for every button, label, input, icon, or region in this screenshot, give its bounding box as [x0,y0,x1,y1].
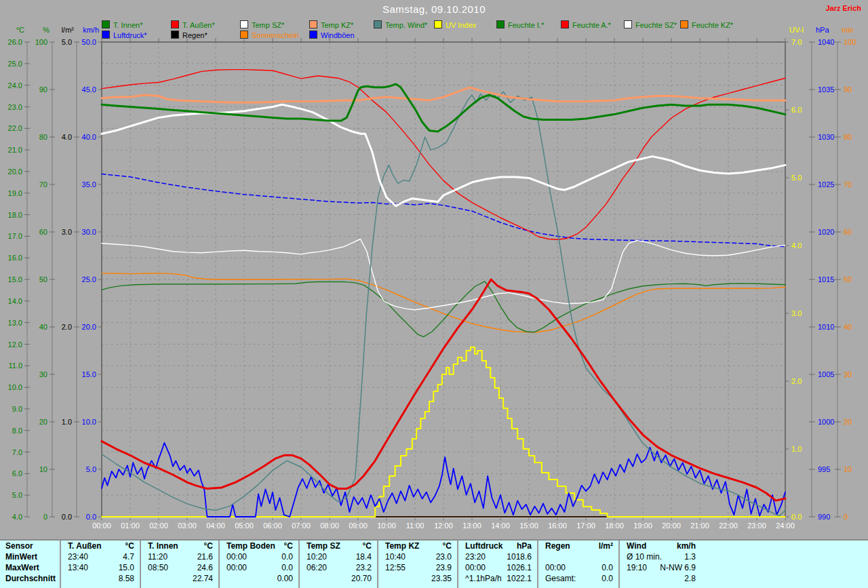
stat-time: 23:40 [68,551,88,562]
sensor-unit: °C [204,541,213,551]
axis-tick-label: 19.0 [8,189,22,197]
axis-lm2: 5.04.03.02.01.00.0l/m² [62,26,79,521]
table-row: Ø 10 min.1.3 [620,551,701,562]
stat-value: 0.00 [277,573,293,584]
axis-tick-label: 25.0 [82,275,96,283]
stat-time: 10:40 [385,551,406,562]
x-tick-label: 16:00 [548,522,567,530]
axis-tick-label: 40 [39,323,47,331]
x-tick-label: 12:00 [434,522,453,530]
axis-header: hPa [816,26,829,34]
axis-tick-label: 1020 [818,228,834,236]
x-tick-label: 05:00 [235,522,254,530]
axis-tick-label: 0.0 [86,513,96,521]
axis-tick-label: 10 [39,465,47,473]
axis-header: l/m² [62,26,75,34]
axis-tick-label: 0 [43,513,47,521]
axis-uv: 7.06.05.04.03.02.01.00.0UV-I [785,26,804,521]
axis-tick-label: 90 [844,85,852,94]
axis-tick-label: 20.0 [82,323,96,331]
sensor-name: Temp KZ [385,541,419,551]
table-row: 10:2018.4 [300,551,377,562]
axis-tick-label: 6.0 [12,469,22,477]
stat-value: 20.70 [351,573,372,584]
axis-tick-label: 5.0 [12,491,22,499]
stat-value: 23.9 [436,562,452,573]
table-row: 23:201018.6 [458,551,537,562]
stat-time: 10:20 [307,551,327,562]
axis-tick-label: 1015 [818,275,834,283]
axis-tick-label: 60 [39,228,47,236]
stat-time: 19:10 [627,562,647,573]
weather-app-window: Samstag, 09.10.2010 Jarz Erich T. Innen*… [0,0,868,588]
table-row: 19:10N-NW 6.9 [620,562,701,573]
stat-value: 0.0 [601,562,613,573]
axis-tick-label: 5.0 [86,465,96,473]
axis-tick-label: 17.0 [8,232,22,240]
axis-tick-label: 22.0 [8,124,22,132]
axis-tick-label: 0.0 [791,513,802,521]
axis-tick-label: 35.0 [82,180,96,189]
axis-tick-label: 13.0 [8,319,22,327]
axis-tick-label: 990 [818,513,830,521]
axis-tick-label: 40 [844,323,852,331]
sensor-name: Luftdruck [465,541,502,551]
stat-time: 00:00 [226,551,247,562]
table-row: 00:000.0 [220,551,298,562]
axis-tick-label: 80 [39,133,47,141]
axis-tick-label: 1025 [818,180,834,189]
table-row: 06:2023.2 [300,562,377,573]
axis-tick-label: 2.0 [62,323,72,331]
x-tick-label: 02:00 [149,522,168,530]
axis-tick-label: 23.0 [8,103,22,111]
table-column-t-au-en: T. Außen°C23:404.713:4015.08.58 [60,541,140,588]
x-tick-label: 20:00 [662,522,681,530]
axis-hpa: 1040103510301025102010151010100510009959… [809,26,834,521]
axis-tick-label: 24.0 [8,81,22,90]
axis-header: km/h [83,26,99,34]
axis-pct: 1009080706050403020100% [35,26,55,521]
axis-tick-label: 1040 [818,38,834,46]
table-row-labels: SensorMinWertMaxWertDurchschnitt [0,541,60,588]
sensor-unit: °C [125,541,134,551]
table-row [538,551,618,562]
axis-tick-label: 1010 [818,323,834,331]
axis-tick-label: 26.0 [8,38,22,46]
table-row: ^1.1hPa/h1022.1 [458,573,537,584]
table-column-header: T. Innen°C [141,541,218,551]
axis-tick-label: 40.0 [82,133,96,141]
weather-chart: 00:0001:0002:0003:0004:0005:0006:0007:00… [0,0,868,539]
axis-tick-label: 90 [39,85,47,94]
stat-value: 4.7 [123,551,134,562]
axis-tick-label: 10.0 [82,418,96,426]
stat-time: 00:00 [226,562,247,573]
table-row: 11:2021.6 [141,551,218,562]
sensor-name: Temp Boden [226,541,275,551]
x-tick-label: 19:00 [633,522,652,530]
axis-tick-label: 2.0 [791,377,802,385]
table-column-temp-sz: Temp SZ°C10:2018.406:2023.220.70 [298,541,377,588]
stat-time: 12:55 [385,562,406,573]
axis-header: °C [16,26,24,34]
table-row: 10:4023.0 [378,551,457,562]
table-row: 23:404.7 [61,551,140,562]
axis-kmh: 50.045.040.035.030.025.020.015.010.05.00… [82,26,102,521]
sensor-unit: l/m² [599,541,613,551]
axis-tick-label: 30 [844,370,852,378]
x-tick-label: 21:00 [690,522,709,530]
table-column-wind: Windkm/hØ 10 min.1.319:10N-NW 6.92.8 [618,541,701,588]
x-tick-label: 03:00 [178,522,197,530]
axis-tick-label: 3.0 [791,309,802,317]
stat-value: 22.74 [193,573,213,584]
axis-tick-label: 4.0 [791,241,802,250]
x-tick-label: 07:00 [292,522,311,530]
stat-value: 1022.1 [507,573,532,584]
axis-tick-label: 45.0 [82,85,96,94]
axis-tick-label: 60 [844,228,852,236]
table-row: 00:000.0 [538,562,618,573]
axis-tick-label: 20.0 [8,168,22,176]
axis-tick-label: 30.0 [82,228,96,236]
axis-tick-label: 10.0 [8,383,22,391]
table-row-label: MinWert [0,551,60,562]
axis-tick-label: 50.0 [82,38,96,46]
